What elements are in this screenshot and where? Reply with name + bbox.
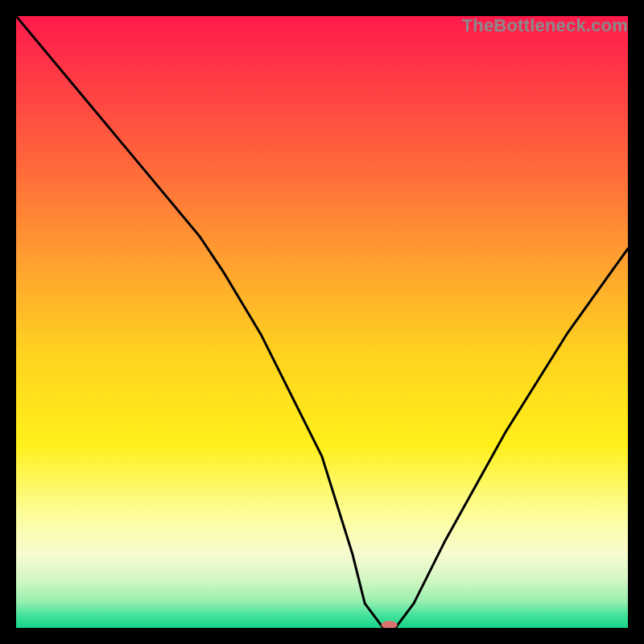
chart-frame: TheBottleneck.com — [16, 16, 628, 628]
chart-svg — [16, 16, 628, 628]
chart-background — [16, 16, 628, 628]
watermark-text: TheBottleneck.com — [462, 15, 628, 36]
